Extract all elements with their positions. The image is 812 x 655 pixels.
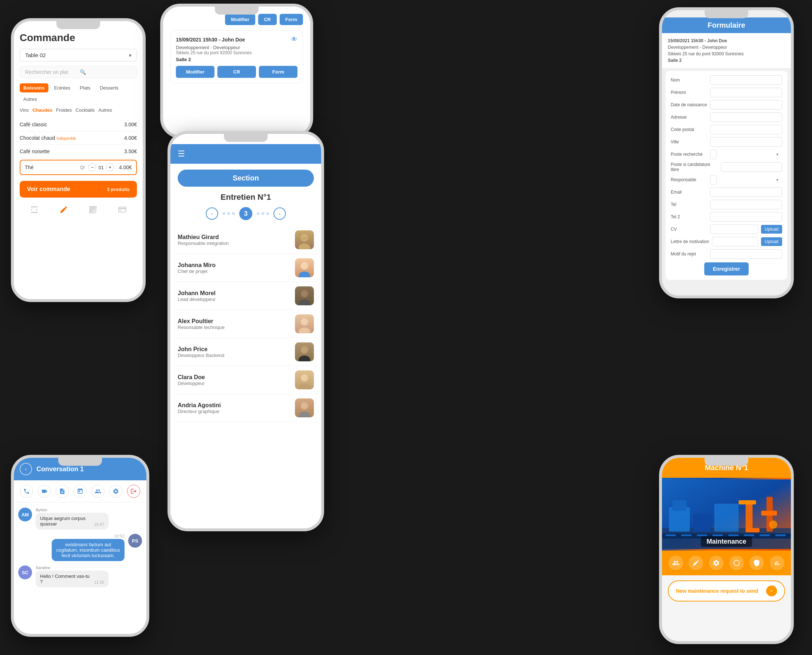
nav-icon-qr[interactable] — [86, 203, 100, 217]
screen-wrapper: Commande Table 02 ▾ Rechercher un plat 🔍… — [0, 0, 812, 655]
input-dob[interactable] — [710, 100, 782, 109]
chevron-down-icon: ▾ — [129, 52, 131, 58]
nav-icon-edit[interactable] — [57, 203, 71, 217]
calendar-icon[interactable] — [74, 485, 87, 498]
menu-item-chocolat[interactable]: Chocolat chaudIndisponible 4.00€ — [20, 131, 137, 145]
appt-form-btn-top[interactable]: Form — [280, 14, 303, 25]
mach-icon-shield[interactable] — [749, 556, 764, 570]
motivation-field — [712, 237, 758, 246]
label-cp: Code postal — [671, 127, 707, 132]
form-row-cp: Code postal — [671, 125, 782, 134]
phone-icon[interactable] — [20, 485, 33, 498]
pagination-nav: ‹ 3 › — [170, 207, 321, 220]
input-cp[interactable] — [710, 125, 782, 134]
person-avatar-6 — [295, 398, 314, 417]
input-adresse[interactable] — [710, 112, 782, 122]
svg-point-26 — [301, 291, 308, 297]
tab-boissons[interactable]: Boissons — [20, 83, 48, 92]
menu-item-cafe-classic[interactable]: Café classic 3.00€ — [20, 118, 137, 131]
upload-motivation-button[interactable]: Upload — [761, 237, 782, 246]
svg-rect-1 — [31, 212, 37, 213]
nav-icon-card[interactable] — [116, 203, 129, 217]
appt-cr-btn-1[interactable]: CR — [217, 66, 256, 78]
svg-rect-41 — [669, 507, 690, 532]
menu-item-the-selected[interactable]: Thé Qt − 01 + 4.00€ — [20, 160, 137, 175]
maint-dropdown-icon[interactable] — [766, 586, 777, 597]
subtab-chaudes[interactable]: Chaudes — [32, 108, 52, 113]
person-avatar-5 — [295, 371, 314, 389]
phone-notch-3 — [224, 134, 268, 142]
prev-arrow[interactable]: ‹ — [206, 208, 218, 220]
msg-bubble-0: Utque aegrum corpus quassar 10:47 — [36, 513, 108, 529]
appt-form-btn-1[interactable]: Form — [259, 66, 297, 78]
search-bar[interactable]: Rechercher un plat 🔍 — [20, 66, 137, 78]
next-arrow[interactable]: › — [273, 208, 286, 220]
tab-entrees[interactable]: Entrées — [51, 83, 74, 92]
nav-icon-table[interactable] — [27, 203, 41, 217]
phone1-content: Commande Table 02 ▾ Rechercher un plat 🔍… — [14, 21, 143, 299]
tab-plats[interactable]: Plats — [76, 83, 94, 92]
eye-icon-1[interactable]: 👁 — [291, 36, 297, 43]
appt-modifier-btn-1[interactable]: Modifier — [176, 66, 214, 78]
file-icon[interactable] — [56, 485, 69, 498]
subtab-cocktails[interactable]: Cocktails — [75, 108, 95, 113]
qty-increase[interactable]: + — [106, 163, 114, 171]
person-item-0[interactable]: Mathieu Girard Responsable intégration — [174, 226, 317, 254]
mach-icon-circle[interactable] — [729, 556, 744, 570]
back-button[interactable]: ‹ — [20, 463, 32, 475]
mach-icon-group[interactable] — [669, 556, 683, 570]
label-nom: Nom — [671, 77, 707, 83]
menu-item-cafe-noisette[interactable]: Café noisette 3.50€ — [20, 145, 137, 158]
person-item-4[interactable]: John Price Developpeur Backend — [174, 338, 317, 366]
person-item-5[interactable]: Clara Doe Développeur — [174, 366, 317, 394]
table-select[interactable]: Table 02 ▾ — [20, 49, 137, 62]
input-tel[interactable] — [710, 200, 782, 209]
search-icon: 🔍 — [80, 69, 131, 75]
input-candidature[interactable] — [721, 162, 782, 172]
input-prenom[interactable] — [710, 88, 782, 97]
label-candidature: Poste si candidature libre — [671, 162, 718, 172]
phone-appointments: Modifier CR Form 15/09/2021 15h30 - John… — [160, 4, 313, 138]
tab-desserts[interactable]: Desserts — [96, 83, 122, 92]
input-motif[interactable] — [710, 249, 782, 259]
mach-icon-edit[interactable] — [689, 556, 703, 570]
person-item-6[interactable]: Andria Agostini Directeur graphique — [174, 394, 317, 422]
enregistrer-button[interactable]: Enregistrer — [704, 262, 749, 275]
upload-cv-button[interactable]: Upload — [761, 225, 782, 234]
video-icon[interactable] — [38, 485, 51, 498]
input-nom[interactable] — [710, 75, 782, 85]
logout-icon[interactable] — [127, 485, 140, 498]
person-item-2[interactable]: Johann Morel Lead développeur — [174, 282, 317, 310]
subtab-vins[interactable]: Vins — [20, 108, 29, 113]
hamburger-icon[interactable]: ☰ — [178, 149, 185, 158]
appt-modifier-btn-top[interactable]: Modifier — [225, 14, 255, 25]
svg-rect-45 — [746, 500, 753, 532]
mach-icon-chart[interactable] — [770, 556, 784, 570]
appt-cr-btn-top[interactable]: CR — [258, 14, 277, 25]
msg-time-2: 11:26 — [94, 580, 104, 584]
maintenance-request-button[interactable]: New maintenance request to send — [668, 580, 785, 601]
input-email[interactable] — [710, 188, 782, 197]
input-ville[interactable] — [710, 137, 782, 147]
svg-rect-3 — [36, 209, 37, 210]
person-info-3: Alex Poultier Resonsable technique — [178, 318, 225, 330]
select-poste[interactable] — [710, 149, 716, 159]
subtab-froides[interactable]: Froides — [56, 108, 72, 113]
svg-rect-14 — [119, 207, 126, 212]
subtab-autres[interactable]: Autres — [98, 108, 112, 113]
svg-rect-56 — [775, 534, 786, 536]
group-icon[interactable] — [91, 485, 105, 498]
person-info-5: Clara Doe Développeur — [178, 374, 205, 386]
phone-notch-4 — [704, 10, 748, 18]
nav-dots-right — [257, 212, 269, 215]
mach-icon-settings[interactable] — [709, 556, 724, 570]
person-item-3[interactable]: Alex Poultier Resonsable technique — [174, 310, 317, 338]
svg-point-37 — [299, 412, 310, 417]
voir-commande-button[interactable]: Voir commande 3 produits — [20, 181, 137, 198]
input-tel2[interactable] — [710, 212, 782, 221]
person-item-1[interactable]: Johanna Miro Chef de projet — [174, 254, 317, 282]
settings-icon[interactable] — [109, 485, 122, 498]
select-responsable[interactable] — [710, 175, 716, 185]
tab-autres[interactable]: Autres — [20, 95, 41, 104]
qty-decrease[interactable]: − — [88, 163, 96, 171]
